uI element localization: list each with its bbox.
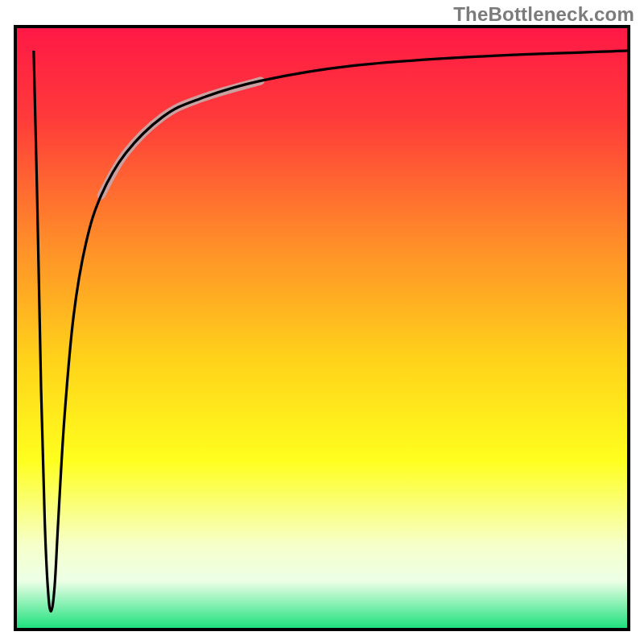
bottleneck-chart (0, 0, 644, 644)
gradient-background (15, 27, 629, 630)
chart-stage: TheBottleneck.com (0, 0, 644, 644)
